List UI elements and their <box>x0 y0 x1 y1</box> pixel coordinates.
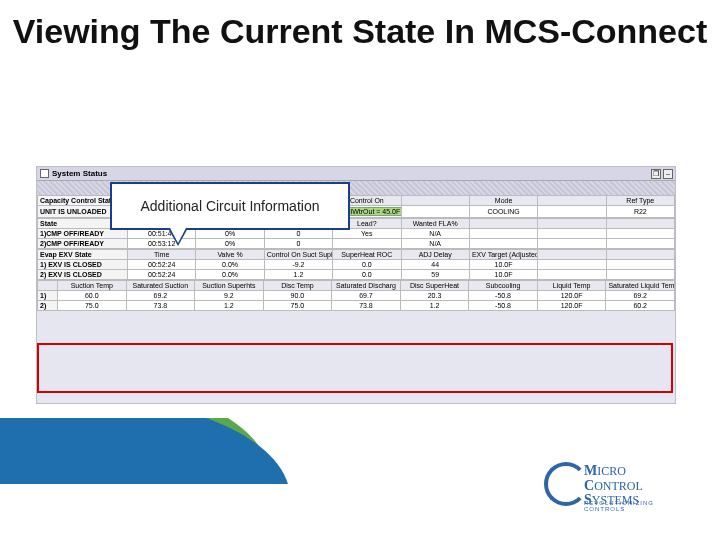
slide-title: Viewing The Current State In MCS-Connect <box>0 0 720 61</box>
checkbox-icon[interactable] <box>40 169 49 178</box>
logo-c-icon <box>544 462 588 506</box>
minimize-icon[interactable]: – <box>663 169 673 179</box>
window-titlebar: System Status ❐ – <box>37 167 675 181</box>
mcs-logo: MICRO CONTROL SYSTEMS REVOLUTIONIZING CO… <box>544 458 694 510</box>
maximize-icon[interactable]: ❐ <box>651 169 661 179</box>
circuit-table: Suction Temp Saturated Suction Suction S… <box>37 280 675 311</box>
table-row: 1)CMP OFF/READY 00:51:41 0% 0 Yes N/A <box>38 229 675 239</box>
decorative-sweep <box>0 418 340 484</box>
table-row: 2)CMP OFF/READY 00:53:12 0% 0 N/A <box>38 239 675 249</box>
callout-text: Additional Circuit Information <box>141 198 320 214</box>
mode-val: COOLING <box>469 206 537 218</box>
table-row: 2) 75.0 73.8 1.2 75.0 73.8 1.2 -50.8 120… <box>38 301 675 311</box>
th-mode: Mode <box>469 196 537 206</box>
logo-subtitle: REVOLUTIONIZING CONTROLS <box>584 500 694 512</box>
highlight-box <box>37 343 673 393</box>
table-row: 1) 60.0 69.2 9.2 90.0 69.7 20.3 -50.8 12… <box>38 291 675 301</box>
table-row: 2) EXV IS CLOSED 00:52:24 0.0% 1.2 0.0 5… <box>38 270 675 280</box>
evap-table: Evap EXV State Time Valve % Control On S… <box>37 249 675 280</box>
window-title: System Status <box>52 169 107 178</box>
table-row: 1) EXV IS CLOSED 00:52:24 0.0% -9.2 0.0 … <box>38 260 675 270</box>
th-reftype: Ref Type <box>606 196 674 206</box>
callout-tail-fill <box>170 228 186 243</box>
reftype-val: R22 <box>606 206 674 218</box>
callout-box: Additional Circuit Information <box>110 182 350 230</box>
